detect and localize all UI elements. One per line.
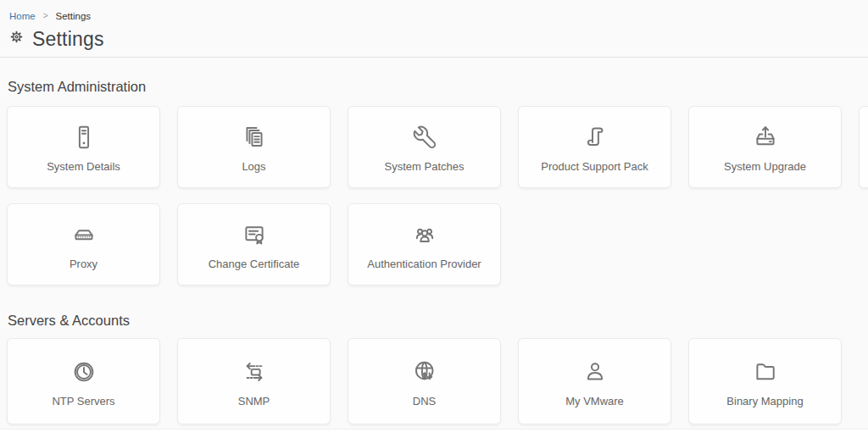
user-group-icon: [409, 219, 440, 251]
card-label: DNS: [413, 395, 436, 408]
server-tower-icon: [69, 121, 99, 153]
clock-icon: [69, 356, 99, 388]
settings-card-binary-mapping[interactable]: Binary Mapping: [688, 338, 842, 424]
card-label: SNMP: [238, 395, 270, 408]
settings-card-snmp[interactable]: SNMP: [177, 338, 331, 424]
system-administration-card-grid: System Details Logs System Patches: [7, 106, 868, 286]
card-label: NTP Servers: [52, 395, 114, 408]
card-label: Change Certificate: [209, 258, 300, 270]
globe-transfer-icon: [409, 356, 440, 388]
section-title-servers-accounts: Servers & Accounts: [8, 313, 868, 329]
settings-card-product-support-pack[interactable]: Product Support Pack: [518, 106, 671, 188]
user-icon: [580, 356, 610, 388]
settings-card-dns[interactable]: DNS: [348, 338, 501, 424]
card-label: Product Support Pack: [541, 160, 648, 173]
settings-card-ntp-servers[interactable]: NTP Servers: [7, 338, 160, 424]
card-label: System Upgrade: [724, 160, 806, 173]
section-title-system-administration: System Administration: [8, 79, 868, 95]
document-stack-icon: [239, 121, 270, 153]
settings-card-system-patches[interactable]: System Patches: [348, 106, 501, 188]
data-exchange-icon: [239, 356, 270, 388]
settings-card-system-upgrade[interactable]: System Upgrade: [688, 106, 842, 188]
settings-card-authentication-provider[interactable]: Authentication Provider: [348, 203, 501, 286]
scroll-icon: [580, 121, 610, 153]
page-bottom-edge: [0, 429, 868, 438]
card-label: My VMware: [565, 395, 624, 408]
breadcrumb-current: Settings: [56, 11, 92, 21]
servers-accounts-card-grid: NTP Servers SNMP: [7, 338, 868, 424]
folder-icon: [750, 356, 781, 388]
settings-card-proxy[interactable]: Proxy: [7, 203, 160, 286]
breadcrumb-link-home[interactable]: Home: [9, 11, 36, 21]
wrench-icon: [409, 121, 440, 153]
settings-card-clipped[interactable]: [859, 106, 868, 188]
certificate-seal-icon: [239, 219, 270, 251]
upgrade-drive-icon: [750, 121, 781, 153]
page-title: Settings: [8, 28, 868, 51]
page-title-text: Settings: [32, 28, 104, 51]
breadcrumb: Home > Settings: [0, 0, 868, 21]
title-divider: [0, 57, 868, 58]
card-label: Proxy: [70, 258, 97, 270]
card-label: Binary Mapping: [726, 395, 803, 408]
settings-card-logs[interactable]: Logs: [177, 106, 331, 188]
settings-card-my-vmware[interactable]: My VMware: [518, 338, 671, 424]
gear-icon: [8, 28, 25, 51]
breadcrumb-separator-icon: >: [43, 12, 48, 20]
card-label: Logs: [242, 160, 265, 173]
card-label: System Patches: [385, 160, 465, 173]
card-label: Authentication Provider: [367, 258, 481, 270]
proxy-appliance-icon: [69, 219, 99, 251]
settings-card-system-details[interactable]: System Details: [7, 106, 160, 188]
settings-card-change-certificate[interactable]: Change Certificate: [177, 203, 331, 286]
card-label: System Details: [47, 160, 120, 173]
